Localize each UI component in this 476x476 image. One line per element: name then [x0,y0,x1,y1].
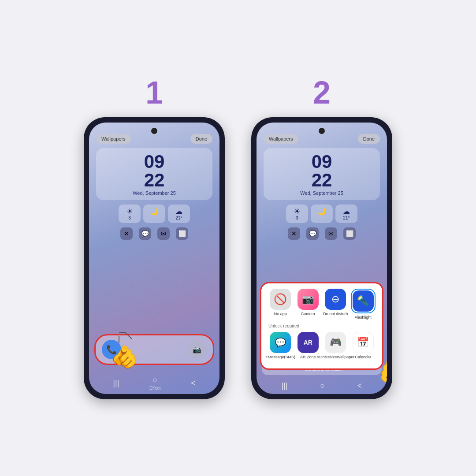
app-x-2: ✕ [288,227,300,240]
app-row-2: ✕ 💬 ✉ ⬜ [264,227,380,240]
phone-screen-2: Wallpapers Done 09 22 Wed, September 25 … [257,123,387,394]
phone-notch-1 [151,128,157,134]
sun-icon-1: ☀ [126,207,133,216]
nav-home-1[interactable]: ○ Effect [149,376,160,390]
app-mail-2: ✉ [325,227,337,240]
dnd-icon: ⊖ [325,289,346,310]
phone-notch-2 [319,128,325,134]
bottom-nav-1: ||| ○ Effect < [89,372,219,394]
phone-1: Wallpapers Done 09 22 Wed, September 25 … [84,117,225,399]
clock-date-1: Wed, September 25 [102,190,206,196]
weather-sun-2: ☀ 3 [286,205,308,223]
clock-date-2: Wed, September 25 [270,190,374,196]
ar-icon: AR [298,332,319,353]
moon-icon-2: 🌙 [317,207,326,216]
weather-moon-1: 🌙 [143,205,165,223]
camera-icon-1[interactable]: 📷 [187,340,207,359]
app-x-1: ✕ [120,227,133,240]
ar-label: AR Zone [300,355,316,360]
nav-recent-1[interactable]: < [191,379,196,388]
done-btn-2[interactable]: Done [358,134,380,144]
app-msg-1: 💬 [139,227,151,240]
weather-row-1: ☀ 3 🌙 ☁ 21° [96,205,212,223]
flashlight-label: Flashlight [354,315,372,320]
unlock-label: Unlock required [268,324,377,328]
camera-picker-icon: 📷 [298,289,319,310]
step-2: 2 Wallpapers Done 09 22 Wed, September 2… [251,77,392,399]
step-1-number: 1 [145,77,163,108]
camera-label: Camera [301,312,315,316]
msg-label: +Message(SMS) [266,355,295,360]
weather-moon-2: 🌙 [311,205,333,223]
app-msg-2: 💬 [306,227,319,240]
clock-min-2: 22 [270,171,374,190]
cloud-icon-2: ☁ [343,207,350,216]
flashlight-selected-ring: 🔦 [351,289,376,313]
phone-2: Wallpapers Done 09 22 Wed, September 25 … [251,117,392,399]
nav-home-2[interactable]: ○ [320,381,325,390]
step-1: 1 Wallpapers Done 09 22 Wed, September 2… [84,77,225,399]
sun-value-1: 3 [128,216,131,220]
cloud-value-2: 21° [343,216,350,220]
flashlight-icon: 🔦 [353,290,374,312]
picker-no-app[interactable]: 🚫 No app [267,289,294,320]
no-app-label: No app [274,312,287,316]
phone-screen-1: Wallpapers Done 09 22 Wed, September 25 … [89,123,219,394]
wallpapers-btn-1[interactable]: Wallpapers [96,134,131,144]
picker-auto[interactable]: 🎮 AutoResizeWallpaper [322,332,349,360]
clock-widget-2: 09 22 Wed, September 25 [264,148,380,200]
app-picker: 🚫 No app 📷 Camera ⊖ Do not d [260,282,383,370]
app-row-1: ✕ 💬 ✉ ⬜ [96,227,212,240]
weather-row-2: ☀ 3 🌙 ☁ 21° [264,205,380,223]
clock-min-1: 22 [102,171,206,190]
hand-icon-1: 🫵 [111,344,138,370]
dnd-label: Do not disturb [323,312,348,316]
clock-widget-1: 09 22 Wed, September 25 [96,148,212,200]
wallpapers-btn-2[interactable]: Wallpapers [264,134,298,144]
moon-icon-1: 🌙 [150,207,159,216]
auto-icon: 🎮 [325,332,346,353]
nav-back-1[interactable]: ||| [113,379,119,388]
app-mail-1: ✉ [157,227,170,240]
picker-row-2: 💬 +Message(SMS) AR AR Zone 🎮 [267,332,377,360]
hand-cursor-1: 🫵 [111,344,138,370]
no-app-icon: 🚫 [270,289,291,310]
picker-flashlight[interactable]: 🔦 Flashlight [350,289,377,320]
picker-row-1: 🚫 No app 📷 Camera ⊖ Do not d [267,289,377,320]
dock-1: 📞 📷 [89,331,219,368]
sun-icon-2: ☀ [294,207,300,216]
nav-recent-2[interactable]: < [357,381,362,390]
nav-back-2[interactable]: ||| [282,381,288,390]
app-sq-2: ⬜ [343,227,356,240]
cloud-icon-1: ☁ [175,207,182,216]
app-sq-1: ⬜ [176,227,188,240]
picker-msg[interactable]: 💬 +Message(SMS) [267,332,294,360]
picker-cal[interactable]: 📅 Calendar [350,332,377,360]
weather-cloud-2: ☁ 21° [335,205,357,223]
sun-value-2: 3 [296,216,298,220]
picker-camera[interactable]: 📷 Camera [294,289,322,320]
picker-dnd[interactable]: ⊖ Do not disturb [322,289,349,320]
cloud-value-1: 21° [175,216,182,220]
weather-cloud-1: ☁ 21° [168,205,190,223]
clock-hour-2: 09 [270,152,374,171]
main-container: 1 Wallpapers Done 09 22 Wed, September 2… [0,0,476,476]
cal-label: Calendar [355,355,371,360]
auto-label: AutoResizeWallpaper [316,355,354,360]
cal-icon: 📅 [353,332,374,353]
msg-icon: 💬 [270,332,291,353]
step-2-number: 2 [313,77,331,108]
done-btn-1[interactable]: Done [190,134,212,144]
clock-hour-1: 09 [102,152,206,171]
camera-icon-glyph: 📷 [193,346,201,354]
weather-sun-1: ☀ 3 [119,205,141,223]
bottom-nav-2: ||| ○ < [257,378,387,394]
